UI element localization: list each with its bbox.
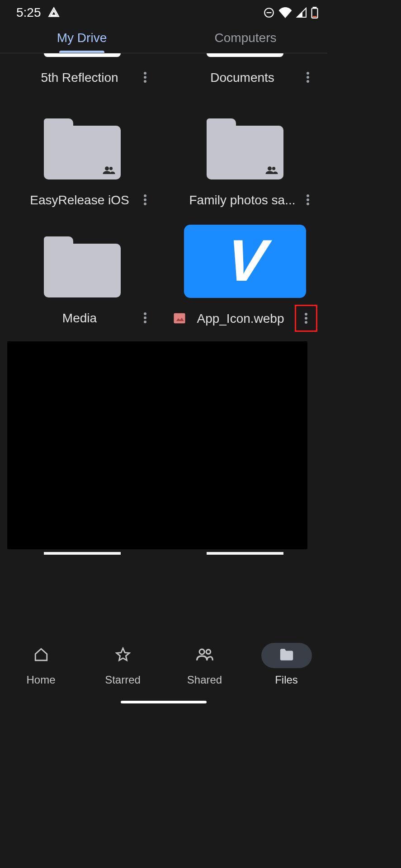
image-type-icon bbox=[173, 311, 186, 325]
status-bar: 5:25 bbox=[0, 0, 327, 23]
drive-tabs: My Drive Computers bbox=[0, 23, 327, 53]
venmo-logo-v: V bbox=[224, 226, 266, 294]
nav-shared[interactable]: Shared bbox=[164, 643, 245, 709]
file-item[interactable]: V App_Icon.webp bbox=[173, 225, 317, 332]
status-left: 5:25 bbox=[16, 5, 60, 20]
svg-point-16 bbox=[268, 166, 272, 170]
file-grid-scroll[interactable]: 5th Reflection Documents bbox=[0, 53, 327, 614]
wifi-icon bbox=[278, 7, 292, 18]
more-options-button[interactable] bbox=[136, 308, 155, 327]
folder-item[interactable]: Media bbox=[10, 236, 155, 332]
svg-rect-4 bbox=[313, 16, 317, 18]
more-options-button[interactable] bbox=[136, 68, 155, 87]
nav-starred[interactable]: Starred bbox=[82, 643, 164, 709]
svg-point-11 bbox=[105, 166, 109, 170]
people-icon bbox=[196, 648, 213, 663]
svg-point-13 bbox=[144, 194, 146, 197]
status-time: 5:25 bbox=[16, 5, 41, 20]
battery-low-icon bbox=[311, 7, 318, 19]
svg-point-7 bbox=[144, 80, 146, 83]
tab-my-drive[interactable]: My Drive bbox=[0, 23, 164, 53]
svg-point-20 bbox=[307, 203, 309, 205]
more-options-button[interactable] bbox=[298, 190, 317, 209]
shared-icon bbox=[265, 166, 278, 176]
nav-label: Home bbox=[26, 674, 55, 686]
tab-computers[interactable]: Computers bbox=[164, 23, 327, 53]
file-thumbnail-partial bbox=[207, 53, 283, 57]
svg-point-15 bbox=[144, 203, 146, 205]
image-thumbnail: V bbox=[184, 225, 306, 298]
file-caption-partial bbox=[207, 552, 283, 555]
folder-item[interactable]: Family photos sa... bbox=[173, 118, 317, 214]
folder-name: Family photos sa... bbox=[186, 192, 298, 208]
nav-label: Files bbox=[275, 674, 298, 686]
svg-point-17 bbox=[272, 167, 275, 170]
svg-rect-3 bbox=[313, 7, 316, 8]
svg-point-18 bbox=[307, 194, 309, 197]
svg-point-9 bbox=[307, 76, 309, 79]
tab-label: Computers bbox=[215, 31, 277, 45]
nav-home[interactable]: Home bbox=[0, 643, 82, 709]
folder-icon bbox=[44, 118, 121, 179]
svg-point-21 bbox=[144, 312, 146, 315]
do-not-disturb-icon bbox=[263, 7, 275, 19]
file-thumbnail-partial bbox=[44, 53, 121, 57]
folder-item[interactable]: EasyRelease iOS bbox=[10, 118, 155, 214]
folder-icon bbox=[279, 648, 294, 663]
svg-point-28 bbox=[199, 649, 204, 654]
nav-label: Starred bbox=[105, 674, 141, 686]
svg-point-29 bbox=[206, 650, 211, 654]
svg-point-6 bbox=[144, 76, 146, 79]
file-name: Documents bbox=[186, 70, 298, 85]
folder-icon bbox=[207, 118, 283, 179]
svg-point-27 bbox=[305, 321, 307, 324]
svg-point-8 bbox=[307, 72, 309, 75]
more-options-button[interactable] bbox=[136, 190, 155, 209]
triangle-warning-icon bbox=[47, 6, 60, 19]
folder-name: EasyRelease iOS bbox=[24, 192, 136, 208]
svg-point-14 bbox=[144, 198, 146, 201]
cell-signal-icon bbox=[296, 7, 307, 18]
file-caption-partial bbox=[44, 552, 121, 555]
gesture-bar[interactable] bbox=[121, 701, 207, 703]
file-name: 5th Reflection bbox=[24, 70, 136, 85]
svg-point-12 bbox=[109, 167, 113, 170]
folder-icon bbox=[44, 236, 121, 297]
star-icon bbox=[115, 647, 131, 664]
svg-point-25 bbox=[305, 313, 307, 316]
shared-icon bbox=[103, 166, 115, 176]
home-icon bbox=[33, 647, 49, 664]
file-item[interactable]: Documents bbox=[173, 53, 317, 91]
file-name: App_Icon.webp bbox=[186, 311, 295, 326]
folder-name: Media bbox=[24, 310, 136, 326]
tab-label: My Drive bbox=[57, 31, 107, 45]
svg-point-22 bbox=[144, 316, 146, 319]
nav-files[interactable]: Files bbox=[245, 643, 327, 709]
svg-point-23 bbox=[144, 321, 146, 323]
svg-rect-24 bbox=[174, 313, 185, 324]
file-thumbnail-large[interactable] bbox=[7, 341, 307, 549]
svg-point-5 bbox=[144, 72, 146, 75]
status-right bbox=[263, 7, 318, 19]
more-options-button[interactable] bbox=[298, 68, 317, 87]
file-item[interactable]: 5th Reflection bbox=[10, 53, 155, 91]
bottom-nav: Home Starred Shared Files bbox=[0, 637, 327, 709]
more-options-button[interactable] bbox=[295, 305, 317, 332]
svg-point-26 bbox=[305, 317, 307, 320]
svg-point-10 bbox=[307, 80, 309, 83]
svg-point-19 bbox=[307, 198, 309, 201]
nav-label: Shared bbox=[187, 674, 222, 686]
